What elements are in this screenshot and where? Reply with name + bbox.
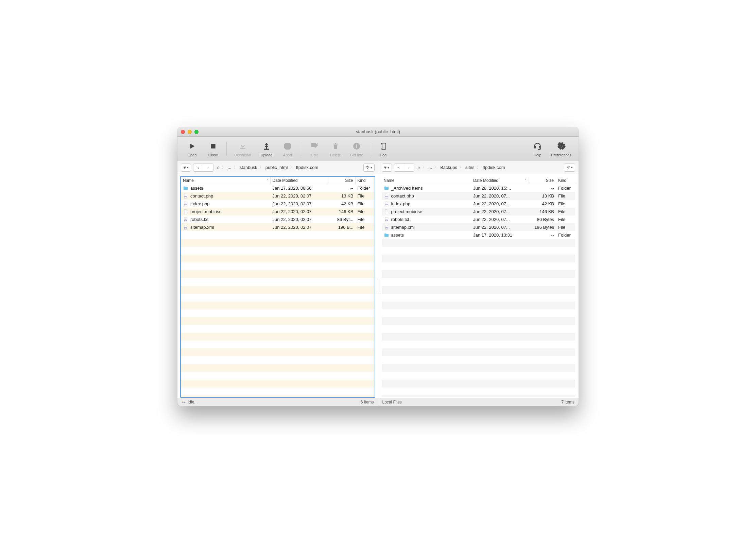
file-size: --	[529, 186, 556, 191]
table-row[interactable]: _Archived ItemsJun 28, 2020, 15:...--Fol…	[382, 184, 575, 192]
php-icon: php	[384, 225, 389, 230]
table-row[interactable]: assetsJan 17, 2020, 08:56--Folder	[181, 184, 375, 192]
statusbar: ⊶Idle... 6 items Local Files 7 items	[177, 398, 579, 406]
trash-icon	[330, 141, 341, 152]
file-date: Jun 22, 2020, 02:07	[271, 201, 328, 206]
home-icon[interactable]: ⌂	[416, 164, 422, 171]
actions-menu-button[interactable]: ✲ ▾	[363, 164, 375, 172]
breadcrumb-item[interactable]: ftpdisk.com	[481, 164, 506, 171]
breadcrumb-item[interactable]: ftpdisk.com	[295, 164, 320, 171]
minimize-window-button[interactable]	[188, 130, 192, 134]
column-date[interactable]: Date Modified	[271, 177, 328, 184]
close-button[interactable]: Close	[203, 141, 224, 157]
table-row[interactable]: project.mobiriseJun 22, 2020, 02:07146 K…	[181, 208, 375, 216]
empty-row	[382, 255, 575, 262]
breadcrumb-ellipsis[interactable]: ...	[226, 164, 233, 171]
zoom-window-button[interactable]	[194, 130, 199, 134]
empty-row	[382, 294, 575, 302]
table-row[interactable]: phprobots.txtJun 22, 2020, 07...86 Bytes…	[382, 216, 575, 223]
table-row[interactable]: phprobots.txtJun 22, 2020, 02:0786 Byt..…	[181, 216, 375, 223]
close-window-button[interactable]	[181, 130, 185, 134]
status-text: Local Files	[382, 400, 402, 405]
edit-button[interactable]: Edit	[304, 141, 325, 157]
empty-row	[181, 309, 375, 317]
column-size[interactable]: Size	[529, 177, 556, 184]
open-button[interactable]: Open	[182, 141, 203, 157]
svg-text:php: php	[184, 226, 187, 228]
breadcrumb-item[interactable]: stanbusk	[238, 164, 259, 171]
empty-row	[181, 364, 375, 372]
empty-row	[382, 333, 575, 341]
breadcrumb-item[interactable]: public_html	[264, 164, 289, 171]
empty-row	[181, 302, 375, 309]
column-name[interactable]: Name˄	[181, 177, 271, 184]
favorites-button[interactable]: ♥ ▾	[382, 164, 392, 172]
log-button[interactable]: Log	[373, 141, 394, 157]
table-row[interactable]: phpcontact.phpJun 22, 2020, 02:0713 KBFi…	[181, 192, 375, 200]
file-name: robots.txt	[190, 217, 208, 222]
forward-button[interactable]: ›	[404, 164, 414, 172]
upload-button[interactable]: Upload	[256, 141, 277, 157]
column-kind[interactable]: Kind	[556, 177, 575, 184]
forward-button[interactable]: ›	[203, 164, 213, 172]
file-kind: Folder	[556, 233, 575, 238]
getinfo-button[interactable]: i Get Info	[346, 141, 367, 157]
file-name: project.mobirise	[391, 209, 423, 214]
table-header: Name Date Modified˅ Size Kind	[382, 177, 575, 184]
table-row[interactable]: phpsitemap.xmlJun 22, 2020, 07...196 Byt…	[382, 223, 575, 231]
help-button[interactable]: Help	[527, 141, 548, 157]
column-name[interactable]: Name	[382, 177, 471, 184]
table-row[interactable]: assetsJan 17, 2020, 13:31--Folder	[382, 231, 575, 239]
pathbar: ♥ ▾ ‹ › ⌂〉 ...〉 stanbusk〉 public_html〉 f…	[177, 161, 579, 174]
preferences-button[interactable]: Preferences	[548, 141, 574, 157]
local-status: Local Files 7 items	[378, 398, 579, 406]
breadcrumb[interactable]: ⌂〉 ...〉 stanbusk〉 public_html〉 ftpdisk.c…	[216, 164, 320, 171]
file-kind: Folder	[556, 186, 575, 191]
table-row[interactable]: phpsitemap.xmlJun 22, 2020, 02:07196 B..…	[181, 223, 375, 231]
file-date: Jan 17, 2020, 13:31	[471, 233, 529, 238]
file-size: 42 KB	[328, 201, 356, 206]
download-button[interactable]: Download	[229, 141, 256, 157]
file-date: Jun 22, 2020, 02:07	[271, 209, 328, 214]
column-kind[interactable]: Kind	[356, 177, 375, 184]
window-title: stanbusk (public_html)	[177, 129, 579, 134]
table-row[interactable]: phpindex.phpJun 22, 2020, 02:0742 KBFile	[181, 200, 375, 208]
remote-file-list[interactable]: Name˄ Date Modified Size Kind assetsJan …	[180, 176, 375, 398]
empty-row	[181, 372, 375, 380]
file-date: Jun 22, 2020, 07...	[471, 201, 529, 206]
empty-row	[382, 309, 575, 317]
file-date: Jun 22, 2020, 07...	[471, 225, 529, 230]
breadcrumb-ellipsis[interactable]: ...	[427, 164, 433, 171]
breadcrumb[interactable]: ⌂〉 ...〉 Backups〉 sites〉 ftpdisk.com	[416, 164, 506, 171]
svg-text:php: php	[184, 195, 187, 197]
titlebar[interactable]: stanbusk (public_html)	[177, 127, 579, 137]
abort-button[interactable]: Abort	[277, 141, 298, 157]
doc-icon	[384, 209, 389, 214]
home-icon[interactable]: ⌂	[216, 164, 221, 171]
breadcrumb-item[interactable]: sites	[464, 164, 476, 171]
file-name: assets	[391, 233, 404, 238]
empty-row	[382, 356, 575, 364]
svg-text:php: php	[184, 203, 187, 205]
empty-row	[382, 239, 575, 247]
back-button[interactable]: ‹	[193, 164, 203, 172]
table-row[interactable]: project.mobiriseJun 22, 2020, 07...146 K…	[382, 208, 575, 216]
file-date: Jun 22, 2020, 07...	[471, 193, 529, 199]
breadcrumb-item[interactable]: Backups	[439, 164, 459, 171]
empty-row	[382, 317, 575, 325]
empty-row	[382, 302, 575, 309]
table-row[interactable]: phpcontact.phpJun 22, 2020, 07...13 KBFi…	[382, 192, 575, 200]
back-button[interactable]: ‹	[394, 164, 404, 172]
empty-row	[181, 239, 375, 247]
favorites-button[interactable]: ♥ ▾	[181, 164, 191, 172]
table-row[interactable]: phpindex.phpJun 22, 2020, 07...42 KBFile	[382, 200, 575, 208]
actions-menu-button[interactable]: ✲ ▾	[564, 164, 575, 172]
file-date: Jun 22, 2020, 02:07	[271, 193, 328, 199]
column-size[interactable]: Size	[328, 177, 356, 184]
column-date[interactable]: Date Modified˅	[471, 177, 529, 184]
delete-button[interactable]: Delete	[325, 141, 346, 157]
folder-icon	[384, 186, 389, 191]
local-file-list[interactable]: Name Date Modified˅ Size Kind _Archived …	[381, 176, 576, 398]
empty-row	[382, 380, 575, 388]
file-name: contact.php	[190, 193, 213, 199]
